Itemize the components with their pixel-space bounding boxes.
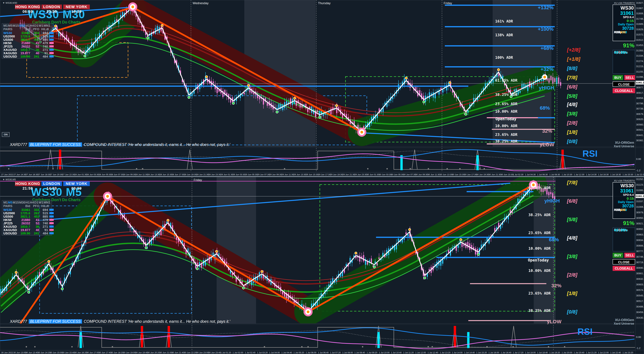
time-axis-label: 1 Jul 14:40	[464, 351, 475, 354]
time-axis-label: 29 Jun 05:30	[245, 173, 258, 176]
cell-trend-swatch	[49, 42, 54, 44]
table-row[interactable]: XAGUSD19.8774091	[2, 228, 52, 232]
time-axis-label: 29 Jun 01:30	[220, 173, 233, 176]
murrey-level-label: [6/8]	[567, 84, 578, 90]
on-toggle-button[interactable]: ON	[2, 132, 10, 137]
cell-pfo: 241	[31, 232, 39, 235]
table-row[interactable]: US5003821.1453885	[2, 215, 52, 218]
timeframe-h4[interactable]: H4	[30, 24, 34, 28]
credit-line1: XU-ORIGen	[596, 141, 634, 145]
table-row[interactable]: US5003821.1453885	[2, 38, 52, 41]
timeframe-m1[interactable]: M1	[3, 24, 8, 28]
buy-button[interactable]: BUY	[612, 253, 623, 258]
adr-level-label: 10.00% ADR	[528, 246, 550, 251]
table-row[interactable]: US20001725.6263515	[2, 35, 52, 38]
price-level-label: OpenToday	[496, 117, 516, 121]
price-tick: 30545.95	[636, 294, 644, 297]
session-clock-new-york: NEW YORK 18:59	[63, 5, 90, 9]
panel-row-adr: ADR632	[614, 30, 626, 34]
time-axis-label: 29 Jun 11:30	[282, 173, 294, 176]
close-button[interactable]: CLOSE	[612, 82, 635, 87]
adr-level-label: 10.00% ADR	[528, 268, 550, 273]
table-row[interactable]: USOUSD109.90241484	[2, 55, 52, 58]
time-axis-label: 1 Jul 11:20	[403, 351, 414, 354]
cell-bid: 1725.6	[17, 211, 30, 215]
table-row[interactable]: WS3031061333694	[2, 31, 52, 35]
timeframe-d1[interactable]: D1	[34, 201, 38, 204]
murrey-level-label: [2/8]	[567, 120, 578, 126]
chart-canvas	[0, 0, 644, 354]
timeframe-mn1[interactable]: MN1	[44, 24, 50, 28]
column-header-bid: Bid	[22, 204, 30, 208]
table-row[interactable]: US20001725.6263515	[2, 211, 52, 215]
closeall-button[interactable]: CLOSEALL	[612, 88, 635, 93]
cell-bid: 31061	[17, 208, 30, 212]
timeframe-m15[interactable]: M15	[13, 24, 19, 28]
adr-level-label: 38.25% ADR	[495, 93, 517, 97]
close-button[interactable]: CLOSE	[612, 259, 635, 264]
time-axis-label: 30 Jun 19:30	[476, 173, 489, 176]
cell-hilo: 271	[40, 225, 48, 229]
timeframe-mn1[interactable]: MN1	[44, 201, 50, 204]
price-tick: 30977.00	[636, 86, 644, 89]
table-row[interactable]: HK502188041479	[2, 218, 52, 221]
rsi-scale-tick: -1.2	[636, 346, 640, 349]
open-position-panel: OpenPips0.00OpenPos0.00%Daily P/L45.88%	[612, 228, 635, 251]
timeframe-h1[interactable]: H1	[26, 24, 30, 28]
tab-label: WS30,M5	[6, 178, 16, 181]
column-header-pairs: PAIRS	[3, 28, 12, 31]
price-tick: 30661.55	[636, 272, 644, 275]
table-row[interactable]: JP2252633252740	[2, 45, 52, 48]
price-tick: 30603.75	[636, 283, 644, 286]
cell-trend-swatch	[49, 212, 54, 214]
time-axis-label: 1 Jul 16:00	[488, 351, 499, 354]
timeframe-m30[interactable]: M30	[19, 24, 25, 28]
price-level-label: 32%	[524, 283, 562, 288]
timeframe-d1[interactable]: D1	[34, 24, 38, 28]
cell-trend-swatch	[49, 32, 54, 34]
time-axis-label: 1 Jul 14:30	[586, 173, 597, 176]
time-axis-label: 1 Jul 16:40	[501, 351, 512, 354]
murrey-level-label: [1/8]	[567, 290, 578, 296]
window-tab-ws30-m30[interactable]: ▼ WS30,M30	[2, 2, 17, 4]
time-axis-label: 30 Jun 13:00	[14, 351, 26, 354]
time-axis-label: 30 Jun 07:30	[403, 173, 416, 176]
window-tab-ws30-m5[interactable]: ▼ WS30,M5	[2, 178, 16, 181]
sell-button[interactable]: SELL	[624, 75, 635, 80]
time-axis-label: 1 Jul 09:20	[367, 351, 377, 354]
time-axis-label: 30 Jun 22:20	[184, 351, 196, 354]
timeframe-m5[interactable]: M5	[8, 24, 12, 28]
adr-level-label: 23.65% ADR	[528, 231, 550, 235]
table-row[interactable]: XAUUSD1810.736271	[2, 48, 52, 51]
time-axis-label: 1 Jul 02:00	[232, 351, 243, 354]
timeframe-h1[interactable]: H1	[26, 201, 30, 204]
cell-pair: XAUUSD	[3, 48, 17, 52]
sell-button[interactable]: SELL	[624, 253, 635, 258]
timeframe-w1[interactable]: W1	[38, 201, 44, 204]
timeframe-h4[interactable]: H4	[30, 201, 34, 204]
timeframe-w1[interactable]: W1	[38, 24, 44, 28]
table-row[interactable]: XAGUSD19.8774091	[2, 51, 52, 55]
timeframe-m1[interactable]: M1	[3, 201, 8, 204]
panel-row-adr: ADR632	[614, 208, 626, 212]
time-axis-label: 29 Jun 13:30	[294, 173, 306, 176]
buy-button[interactable]: BUY	[612, 75, 623, 80]
table-row[interactable]: XAUUSD1810.736271	[2, 225, 52, 228]
brand-label: XARD777	[10, 319, 27, 324]
cell-hilo: 515	[40, 35, 48, 38]
timeframe-m5[interactable]: M5	[8, 201, 12, 204]
rsi-indicator-title: RSI	[578, 326, 592, 337]
table-row[interactable]: JP2252633252740	[2, 221, 52, 225]
timeframe-m30[interactable]: M30	[19, 201, 25, 204]
timeframe-m15[interactable]: M15	[13, 201, 19, 204]
table-row[interactable]: USOUSD109.90241484	[2, 232, 52, 235]
time-axis-label: 28 Jun 05:30	[99, 173, 111, 176]
price-tick: 31123.95	[636, 183, 644, 186]
table-row[interactable]: WS3031061333694	[2, 208, 52, 211]
table-row[interactable]: HK502188041479	[2, 41, 52, 45]
closeall-button[interactable]: CLOSEALL	[612, 266, 635, 271]
time-axis-label: 30 Jun 03:30	[379, 173, 392, 176]
murrey-level-label: [3/8]	[567, 111, 578, 117]
time-axis-label: 28 Jun 17:30	[172, 173, 184, 176]
murrey-level-label: [2/8]	[567, 272, 578, 278]
